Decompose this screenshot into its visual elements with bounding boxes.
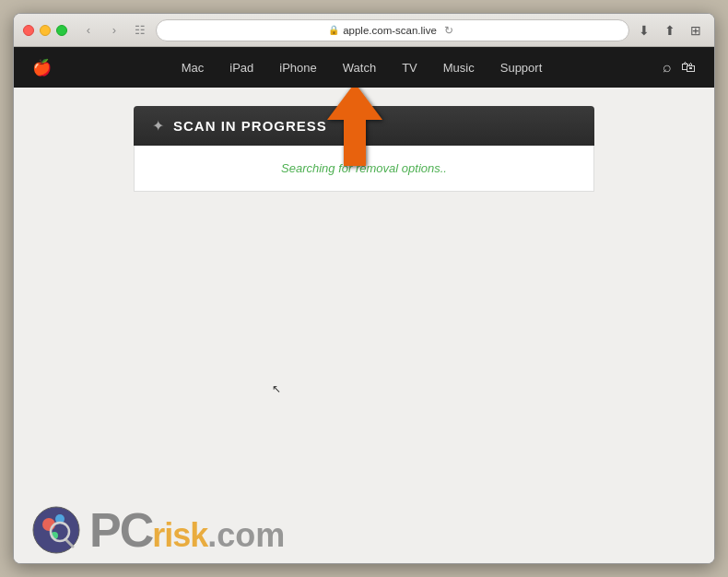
watermark: PCrisk.com [32,506,285,554]
page-content-wrapper: ✦ SCAN IN PROGRESS Searching for removal… [14,88,714,563]
watermark-text: PCrisk.com [89,506,285,554]
address-bar[interactable]: 🔒 apple.com-scan.live ↻ [156,19,629,41]
nav-item-iphone[interactable]: iPhone [266,47,329,88]
orange-arrow [318,88,392,171]
title-bar: ‹ › ☷ 🔒 apple.com-scan.live ↻ ⬇ ⬆ ⊞ [14,14,714,47]
nav-item-mac[interactable]: Mac [169,47,217,88]
nav-item-music[interactable]: Music [430,47,487,88]
lock-icon: 🔒 [328,25,339,35]
watermark-com: .com [207,516,285,554]
browser-window: ‹ › ☷ 🔒 apple.com-scan.live ↻ ⬇ ⬆ ⊞ 🍎 Ma… [13,13,715,564]
nav-item-tv[interactable]: TV [389,47,430,88]
minimize-button[interactable] [40,25,51,36]
bag-icon[interactable]: 🛍 [681,59,696,76]
watermark-risk: risk [152,516,207,554]
apple-navbar: 🍎 Mac iPad iPhone Watch TV Music Support… [14,47,714,88]
new-tab-button[interactable]: ⊞ [687,21,705,40]
svg-marker-0 [327,88,382,166]
forward-button[interactable]: › [104,20,124,41]
close-button[interactable] [23,25,34,36]
arrow-annotation [318,88,392,174]
search-icon[interactable]: ⌕ [663,59,672,76]
nav-item-support[interactable]: Support [487,47,556,88]
mouse-cursor: ↖ [272,383,281,395]
tab-overview-button[interactable]: ☷ [130,20,150,41]
traffic-lights [23,25,67,36]
scan-spinner-icon: ✦ [152,117,164,135]
reload-button[interactable]: ↻ [440,22,457,39]
url-text: apple.com-scan.live [343,25,437,36]
toolbar-right: ⬇ ⬆ ⊞ [635,21,705,40]
address-bar-row: 🔒 apple.com-scan.live ↻ [156,19,629,41]
download-button[interactable]: ⬇ [635,21,653,40]
share-button[interactable]: ⬆ [661,21,679,40]
pcrisk-logo [32,506,80,554]
scan-title: SCAN IN PROGRESS [173,118,327,134]
nav-icons: ⌕ 🛍 [663,59,696,76]
page-content: ✦ SCAN IN PROGRESS Searching for removal… [14,88,714,563]
apple-logo[interactable]: 🍎 [32,58,52,77]
watermark-pc: PC [89,503,152,557]
fullscreen-button[interactable] [56,25,67,36]
nav-item-watch[interactable]: Watch [330,47,389,88]
nav-item-ipad[interactable]: iPad [217,47,266,88]
nav-items: Mac iPad iPhone Watch TV Music Support [61,47,663,88]
back-button[interactable]: ‹ [78,20,99,41]
